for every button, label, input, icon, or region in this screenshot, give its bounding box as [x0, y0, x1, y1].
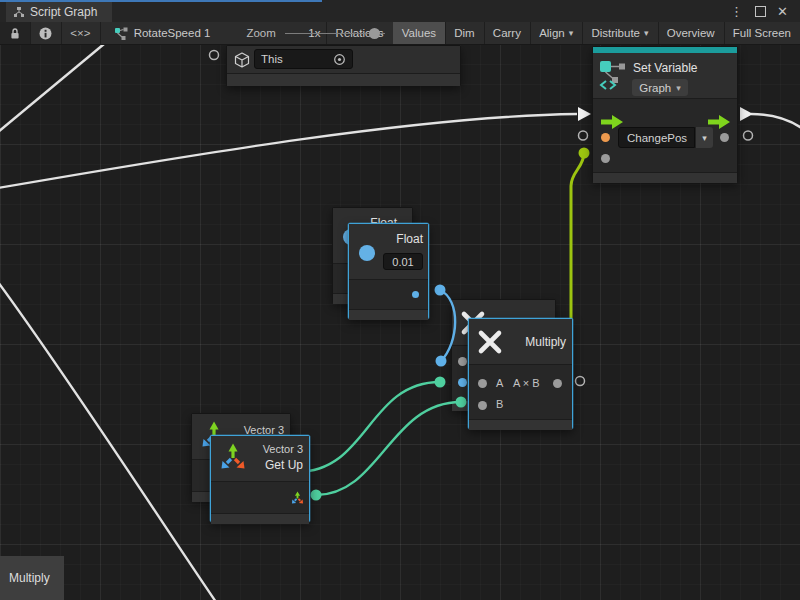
output-port[interactable] — [720, 133, 729, 142]
node-type-label: Vector 3 — [251, 443, 303, 455]
input-port-b[interactable] — [458, 378, 467, 387]
cube-icon — [233, 51, 251, 69]
float-icon — [359, 245, 375, 261]
input-port-b[interactable] — [478, 401, 487, 410]
overview-button[interactable]: Overview — [658, 22, 724, 44]
node-title: Get Up — [251, 458, 303, 472]
graph-tab-icon — [13, 6, 25, 18]
float-value-field[interactable]: 0.01 — [383, 253, 423, 270]
zoom-label: Zoom — [237, 22, 284, 44]
chevron-down-icon: ▾ — [676, 83, 681, 93]
input-port-a[interactable] — [458, 357, 467, 366]
float-node[interactable]: Float 0.01 — [348, 223, 429, 319]
dim-button[interactable]: Dim — [445, 22, 483, 44]
window-close-button[interactable]: ✕ — [777, 0, 788, 22]
chevron-down-icon: ▾ — [569, 28, 574, 38]
lock-icon — [9, 27, 21, 40]
this-label: This — [261, 53, 333, 65]
port-label-a: A — [496, 377, 503, 389]
zoom-slider[interactable] — [285, 22, 302, 44]
variable-name-port[interactable] — [601, 133, 610, 142]
graph-breadcrumb-icon — [114, 26, 128, 40]
multiply-node[interactable]: Multiply A A × B B — [468, 318, 573, 429]
multiply-node-clipped[interactable]: Multiply — [0, 556, 64, 600]
tab-title: Script Graph — [30, 5, 97, 19]
node-title: Set Variable — [633, 61, 697, 75]
vector3-output-port[interactable] — [291, 491, 304, 504]
breadcrumb[interactable]: RotateSpeed 1 — [100, 22, 220, 44]
set-variable-icon — [599, 60, 627, 90]
tab-bar: Script Graph ⋮ ✕ — [0, 0, 800, 22]
scope-dropdown[interactable]: Graph ▾ — [632, 79, 688, 96]
value-input-port[interactable] — [601, 154, 610, 163]
values-button[interactable]: Values — [393, 22, 445, 44]
get-up-node[interactable]: Vector 3 Get Up — [210, 435, 310, 522]
multiply-icon — [477, 329, 503, 355]
code-icon: <×> — [70, 27, 90, 39]
node-title: Float — [379, 232, 423, 246]
zoom-slider-handle[interactable] — [369, 28, 380, 39]
breadcrumb-label: RotateSpeed 1 — [134, 27, 211, 39]
node-title: Multiply — [509, 335, 566, 349]
input-port-a[interactable] — [478, 379, 487, 388]
this-target-field[interactable]: This — [254, 49, 353, 69]
distribute-dropdown[interactable]: Distribute▾ — [582, 22, 657, 44]
maximize-icon — [755, 6, 766, 17]
window-menu-button[interactable]: ⋮ — [730, 0, 743, 22]
lock-button[interactable] — [0, 22, 30, 44]
port-label-b: B — [496, 398, 503, 410]
align-dropdown[interactable]: Align▾ — [530, 22, 582, 44]
node-title: Multiply — [9, 571, 50, 585]
graph-toolbar: <×> RotateSpeed 1 Zoom 1x Relations Valu… — [0, 22, 800, 45]
variable-dropdown-value[interactable]: ChangePos — [618, 127, 695, 148]
variable-dropdown-button[interactable]: ▾ — [695, 127, 713, 148]
carry-button[interactable]: Carry — [484, 22, 530, 44]
fullscreen-button[interactable]: Full Screen — [724, 22, 800, 44]
tab-script-graph[interactable]: Script Graph — [6, 2, 112, 22]
window-maximize-button[interactable] — [755, 0, 766, 22]
info-button[interactable] — [30, 22, 61, 44]
float-output-port[interactable] — [412, 291, 419, 298]
close-icon: ✕ — [777, 4, 788, 19]
chevron-down-icon: ▾ — [644, 28, 649, 38]
object-picker-icon[interactable] — [333, 53, 346, 66]
this-node[interactable]: This — [226, 45, 461, 86]
vector3-icon — [219, 442, 247, 470]
output-port[interactable] — [553, 379, 562, 388]
code-preview-button[interactable]: <×> — [61, 22, 99, 44]
output-label: A × B — [513, 377, 540, 389]
info-icon — [39, 27, 52, 40]
set-variable-node[interactable]: Set Variable Graph ▾ ChangePos ▾ — [592, 46, 738, 182]
chevron-down-icon: ▾ — [702, 133, 707, 143]
kebab-menu-icon: ⋮ — [730, 4, 743, 19]
